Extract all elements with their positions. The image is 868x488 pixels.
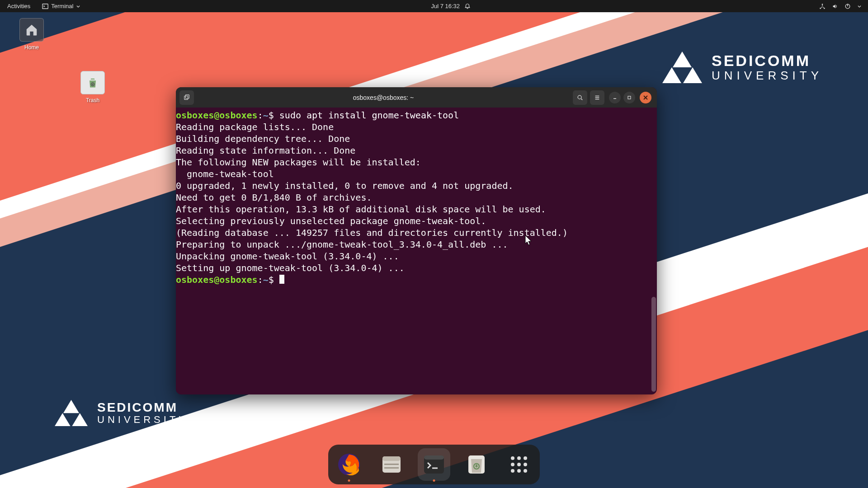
brand-line1: SEDICOMM [712,52,823,69]
brand-line2: UNIVERSITY [97,414,189,425]
mouse-cursor-icon [525,235,533,247]
svg-point-15 [578,95,581,99]
svg-rect-13 [184,96,188,99]
brand-logo-bottom: SEDICOMM UNIVERSITY [54,400,189,426]
activities-button[interactable]: Activities [5,2,32,10]
volume-icon[interactable] [832,3,838,9]
terminal-icon [422,453,446,476]
svg-marker-5 [72,413,88,426]
svg-point-40 [511,469,514,473]
brand-logo-top: SEDICOMM UNIVERSITY [662,52,823,83]
dock-files[interactable] [375,448,408,481]
search-icon [577,94,583,101]
dock-terminal[interactable] [418,448,450,481]
chevron-down-icon[interactable] [857,4,862,9]
svg-rect-14 [185,94,189,98]
svg-rect-30 [424,455,444,460]
minimize-icon [612,95,618,100]
svg-point-37 [511,463,514,466]
desktop-icon-label: Home [24,44,39,51]
top-bar: Activities Terminal Jul 7 16:32 [0,0,868,12]
desktop-trash-icon[interactable]: Trash [75,71,111,103]
svg-rect-6 [42,4,48,9]
svg-marker-2 [683,67,702,83]
maximize-icon [627,95,632,100]
svg-marker-0 [673,52,692,67]
svg-point-36 [524,456,527,460]
svg-rect-26 [382,456,401,461]
files-icon [380,453,403,476]
app-menu-button[interactable]: Terminal [40,2,82,10]
svg-point-38 [517,463,521,466]
svg-marker-3 [63,400,79,413]
network-icon[interactable] [819,3,826,9]
svg-point-39 [524,463,527,466]
hamburger-menu-button[interactable] [590,90,604,105]
terminal-scrollbar[interactable] [651,297,656,392]
brand-mark-icon [662,52,703,83]
svg-marker-4 [55,413,71,426]
svg-point-34 [511,456,514,460]
svg-point-7 [820,8,821,9]
svg-rect-21 [628,96,631,99]
notification-bell-icon[interactable] [464,3,471,9]
brand-line1: SEDICOMM [97,401,189,415]
new-tab-button[interactable] [179,90,194,105]
desktop-icon-label: Trash [86,97,99,103]
apps-grid-icon [507,453,531,476]
svg-point-8 [824,8,825,9]
dock-firefox[interactable] [333,448,365,481]
svg-marker-1 [662,67,681,83]
terminal-app-icon [42,3,48,9]
chevron-down-icon [76,4,80,9]
svg-point-41 [517,469,521,473]
power-icon[interactable] [844,3,851,9]
firefox-icon [337,453,361,476]
minimize-button[interactable] [609,92,621,103]
search-button[interactable] [573,90,587,105]
maximize-button[interactable] [623,92,635,103]
svg-rect-28 [384,467,399,469]
svg-rect-27 [384,464,399,465]
close-icon [643,95,648,100]
home-folder-icon [19,18,44,42]
dock-show-apps[interactable] [503,448,535,481]
svg-point-35 [517,456,521,460]
trash-can-icon [80,71,105,94]
app-menu-label: Terminal [51,3,73,9]
trash-icon [465,453,488,476]
close-button[interactable] [640,92,651,103]
brand-line2: UNIVERSITY [712,69,823,82]
svg-line-16 [581,99,583,100]
dock-waste-basket[interactable] [460,448,493,481]
brand-mark-icon [54,400,88,426]
dock [328,445,540,484]
terminal-title: osboxes@osboxes: ~ [197,94,570,101]
hamburger-icon [594,94,600,101]
desktop-home-icon[interactable]: Home [14,18,50,51]
svg-point-42 [524,469,527,473]
terminal-body[interactable]: osboxes@osboxes:~$ sudo apt install gnom… [176,108,657,286]
terminal-window: osboxes@osboxes: ~ osboxes@osboxes:~$ su… [176,87,657,394]
terminal-titlebar[interactable]: osboxes@osboxes: ~ [176,87,657,108]
clock-label[interactable]: Jul 7 16:32 [431,3,460,9]
